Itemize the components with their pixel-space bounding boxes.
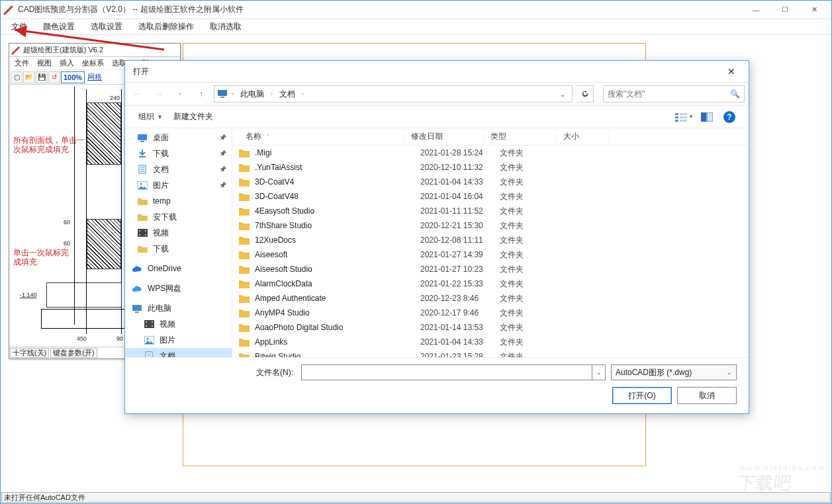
file-row[interactable]: AoaoPhoto Digital Studio2021-01-14 13:53…	[232, 320, 749, 335]
file-row[interactable]: 3D-CoatV42021-01-04 14:33文件夹	[232, 175, 749, 189]
child-menu-view[interactable]: 视图	[33, 57, 56, 69]
file-date: 2020-12-21 15:30	[420, 221, 500, 230]
sidebar-item[interactable]: 下载	[125, 146, 232, 161]
dialog-close-button[interactable]: ✕	[719, 62, 743, 81]
search-input[interactable]	[608, 89, 727, 99]
app-menubar: 文件 颜色设置 选取设置 选取后删除操作 取消选取	[1, 19, 831, 35]
sidebar-wps[interactable]: WPS网盘	[125, 280, 232, 296]
menu-color[interactable]: 颜色设置	[35, 19, 83, 34]
dialog-sidebar[interactable]: 桌面下载文档图片temp安下载视频下载OneDriveWPS网盘此电脑视频图片文…	[125, 128, 232, 357]
filename-dropdown[interactable]: ⌄	[592, 364, 606, 380]
file-row[interactable]: AlarmClockData2021-01-22 15:33文件夹	[232, 276, 749, 291]
menu-delete[interactable]: 选取后删除操作	[130, 19, 202, 34]
nav-recent-dropdown[interactable]: ▾	[171, 85, 189, 103]
organize-button[interactable]: 组织 ▼	[133, 108, 168, 125]
cancel-button[interactable]: 取消	[677, 387, 737, 404]
sidebar-item[interactable]: 文档	[125, 161, 232, 177]
maximize-button[interactable]: ☐	[770, 1, 800, 19]
file-row[interactable]: AppLinks2021-01-04 14:33文件夹	[232, 335, 749, 349]
keyboard-status[interactable]: 键盘参数(开)	[50, 348, 97, 358]
file-row[interactable]: 12XueDocs2020-12-08 11:11文件夹	[232, 233, 749, 247]
dim-60b: 60	[64, 240, 70, 247]
file-row[interactable]: AnyMP4 Studio2020-12-17 9:46文件夹	[232, 306, 749, 320]
child-menu-file[interactable]: 文件	[11, 57, 33, 69]
file-row[interactable]: Amped Authenticate2020-12-23 8:46文件夹	[232, 291, 749, 306]
open-icon[interactable]: 📂	[23, 71, 35, 83]
sidebar-item[interactable]: 下载	[125, 241, 232, 257]
col-type[interactable]: 类型	[484, 128, 557, 145]
help-button[interactable]: ?	[718, 108, 741, 126]
nav-back-button[interactable]: ←	[129, 85, 146, 103]
file-type: 文件夹	[500, 308, 573, 319]
folder-icon	[239, 323, 250, 332]
save-icon[interactable]: 💾	[36, 71, 48, 83]
file-list[interactable]: 名称˄ 修改日期 类型 大小 .Migi2021-01-28 15:24文件夹.…	[232, 128, 749, 357]
breadcrumb[interactable]: › 此电脑 › 文档 › ⌄	[214, 85, 573, 103]
chevron-down-icon: ⌄	[727, 369, 732, 376]
nav-up-button[interactable]: ↑	[193, 85, 210, 103]
zoom-level[interactable]: 100%	[61, 71, 85, 83]
sidebar-item[interactable]: 图片	[125, 177, 232, 193]
pc-icon	[132, 304, 142, 313]
nav-forward-button[interactable]: →	[150, 85, 167, 103]
file-row[interactable]: Bitwig Studio2021-01-23 15:28文件夹	[232, 349, 749, 357]
app-title: CAD图纸预览与分割器（V2.0） -- 超级绘图王软件之附属小软件	[18, 4, 741, 15]
refresh-button[interactable]	[577, 85, 594, 103]
open-button[interactable]: 打开(O)	[612, 387, 672, 404]
sidebar-item[interactable]: 视频	[125, 225, 232, 241]
col-date[interactable]: 修改日期	[404, 128, 484, 145]
search-field[interactable]: 🔍	[603, 85, 745, 103]
child-menu-coord[interactable]: 坐标系	[78, 57, 108, 69]
file-date: 2021-01-27 10:23	[420, 265, 500, 274]
menu-select[interactable]: 选取设置	[83, 19, 130, 34]
app-statusbar: 未打开任何AutoCAD文件	[1, 492, 831, 503]
breadcrumb-docs[interactable]: 文档	[277, 89, 298, 100]
minimize-button[interactable]: —	[741, 1, 770, 19]
sidebar-item[interactable]: 视频	[125, 316, 232, 332]
breadcrumb-pc[interactable]: 此电脑	[238, 89, 267, 100]
crosshair-status[interactable]: 十字线(关)	[10, 348, 49, 358]
undo-icon[interactable]: ↺	[48, 71, 60, 83]
filename-input[interactable]	[301, 364, 592, 380]
file-name: 12XueDocs	[255, 235, 420, 245]
close-button[interactable]: ✕	[800, 1, 829, 19]
col-name[interactable]: 名称˄	[232, 128, 404, 145]
file-row[interactable]: .Migi2021-01-28 15:24文件夹	[232, 146, 749, 160]
file-row[interactable]: 7thShare Studio2020-12-21 15:30文件夹	[232, 218, 749, 233]
menu-cancel[interactable]: 取消选取	[202, 19, 250, 34]
new-folder-button[interactable]: 新建文件夹	[168, 108, 218, 125]
breadcrumb-dropdown[interactable]: ⌄	[556, 91, 569, 98]
new-icon[interactable]: ▢	[11, 71, 23, 83]
file-row[interactable]: .YunTaiAssist2020-12-10 11:32文件夹	[232, 160, 749, 175]
search-icon: 🔍	[730, 89, 740, 99]
col-size[interactable]: 大小	[557, 128, 610, 145]
sidebar-item[interactable]: 安下载	[125, 209, 232, 225]
sidebar-item[interactable]: 文档	[125, 348, 232, 357]
sidebar-thispc[interactable]: 此电脑	[125, 300, 232, 316]
chevron-right-icon: ›	[232, 91, 234, 97]
sidebar-item[interactable]: 桌面	[125, 130, 232, 146]
child-menu-insert[interactable]: 插入	[56, 57, 78, 69]
file-row[interactable]: Aiseesoft Studio2021-01-27 10:23文件夹	[232, 262, 749, 276]
preview-pane-button[interactable]	[696, 108, 718, 126]
svg-rect-34	[146, 352, 152, 357]
sidebar-item[interactable]: temp	[125, 193, 232, 209]
svg-rect-12	[140, 141, 144, 142]
file-row[interactable]: 3D-CoatV482021-01-04 16:04文件夹	[232, 189, 749, 204]
child-app-icon	[11, 46, 21, 55]
app-titlebar: CAD图纸预览与分割器（V2.0） -- 超级绘图王软件之附属小软件 — ☐ ✕	[1, 1, 831, 19]
file-name: Aiseesoft	[255, 250, 420, 259]
svg-rect-30	[152, 321, 153, 323]
cloud-icon	[132, 284, 142, 293]
file-type-filter[interactable]: AutoCAD图形 (*.dwg)⌄	[611, 364, 737, 380]
file-type: 文件夹	[500, 351, 573, 358]
sidebar-onedrive[interactable]: OneDrive	[125, 261, 232, 276]
file-name: AppLinks	[255, 337, 420, 347]
sidebar-item[interactable]: 图片	[125, 332, 232, 348]
file-row[interactable]: 4Easysoft Studio2021-01-11 11:52文件夹	[232, 204, 749, 218]
view-mode-button[interactable]: ▼	[673, 108, 696, 126]
file-name: AnyMP4 Studio	[255, 308, 420, 317]
menu-file[interactable]: 文件	[3, 19, 35, 34]
file-row[interactable]: Aiseesoft2021-01-27 14:39文件夹	[232, 247, 749, 262]
grid-link[interactable]: 网格	[87, 72, 102, 82]
